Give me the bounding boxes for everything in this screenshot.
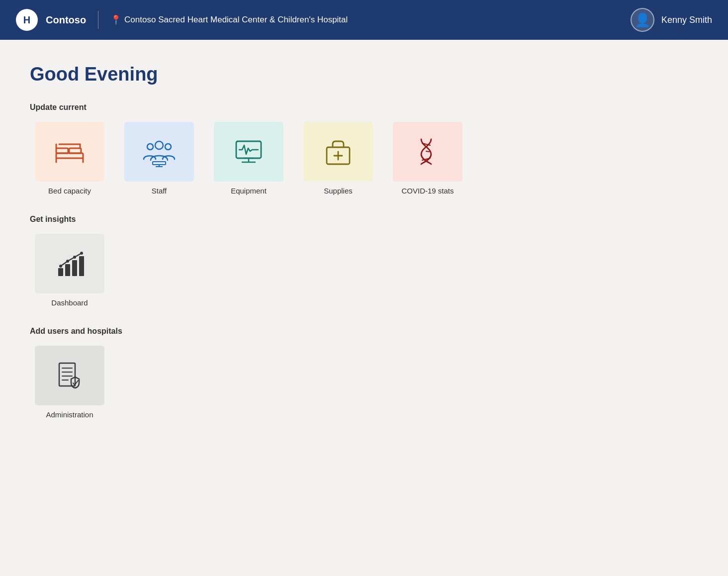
tile-staff[interactable]: Staff [119, 122, 199, 195]
location-label: 📍 Contoso Sacred Heart Medical Center & … [110, 14, 348, 25]
equipment-icon-box [214, 122, 283, 182]
header: H Contoso 📍 Contoso Sacred Heart Medical… [0, 0, 728, 40]
svg-point-10 [165, 144, 171, 150]
svg-point-30 [73, 256, 76, 259]
covid-stats-label: COVID-19 stats [401, 187, 454, 195]
username-label: Kenny Smith [661, 15, 712, 25]
main-content: Good Evening Update current Bed capacity [0, 40, 728, 463]
svg-rect-2 [69, 148, 81, 153]
svg-rect-32 [59, 363, 75, 386]
dashboard-icon-box [35, 234, 104, 293]
covid-icon-box [393, 122, 462, 182]
brand-name: Contoso [46, 14, 86, 26]
staff-icon [142, 134, 177, 169]
covid-icon [410, 134, 445, 169]
tile-administration[interactable]: Administration [30, 346, 109, 419]
equipment-label: Equipment [231, 187, 267, 195]
bed-capacity-icon-box [35, 122, 104, 182]
bed-capacity-label: Bed capacity [48, 187, 91, 195]
tile-equipment[interactable]: Equipment [209, 122, 288, 195]
section-get-insights-label: Get insights [30, 215, 698, 224]
svg-rect-27 [79, 256, 84, 276]
bed-capacity-icon [52, 134, 87, 169]
administration-icon-box [35, 346, 104, 405]
update-current-tiles: Bed capacity Staff [30, 122, 698, 195]
header-right[interactable]: 👤 Kenny Smith [631, 8, 712, 32]
svg-rect-1 [56, 148, 68, 153]
administration-label: Administration [46, 410, 93, 419]
section-update-current-label: Update current [30, 103, 698, 112]
svg-point-8 [155, 141, 163, 149]
logo-icon: H [16, 9, 38, 31]
dashboard-label: Dashboard [51, 298, 88, 307]
svg-point-31 [80, 252, 83, 255]
equipment-icon [231, 134, 266, 169]
location-icon: 📍 [110, 14, 121, 25]
administration-icon [52, 358, 87, 393]
header-left: H Contoso 📍 Contoso Sacred Heart Medical… [16, 9, 348, 31]
svg-rect-11 [153, 162, 166, 165]
header-divider [98, 11, 98, 29]
tile-covid-stats[interactable]: COVID-19 stats [388, 122, 467, 195]
tile-supplies[interactable]: Supplies [298, 122, 378, 195]
greeting-text: Good Evening [30, 64, 698, 85]
svg-line-23 [426, 151, 429, 152]
staff-icon-box [124, 122, 194, 182]
supplies-icon [321, 134, 356, 169]
section-add-users-label: Add users and hospitals [30, 327, 698, 336]
svg-point-29 [66, 260, 69, 263]
svg-rect-26 [72, 260, 77, 276]
supplies-icon-box [303, 122, 373, 182]
user-icon: 👤 [635, 12, 650, 28]
svg-rect-24 [58, 268, 63, 276]
avatar[interactable]: 👤 [631, 8, 654, 32]
dashboard-icon [52, 246, 87, 281]
svg-rect-25 [65, 264, 70, 276]
svg-point-28 [59, 265, 62, 268]
supplies-label: Supplies [324, 187, 353, 195]
get-insights-tiles: Dashboard [30, 234, 698, 307]
staff-label: Staff [152, 187, 167, 195]
location-text: Contoso Sacred Heart Medical Center & Ch… [124, 15, 348, 25]
tile-dashboard[interactable]: Dashboard [30, 234, 109, 307]
add-users-tiles: Administration [30, 346, 698, 419]
tile-bed-capacity[interactable]: Bed capacity [30, 122, 109, 195]
svg-point-9 [147, 144, 153, 150]
